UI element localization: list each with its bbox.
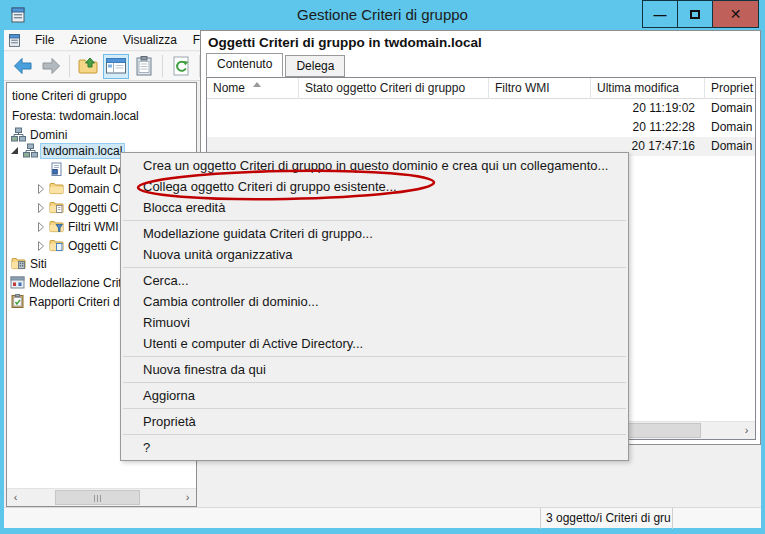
back-icon — [12, 55, 34, 77]
menu-item-collega-oggetto[interactable]: Collega oggetto Criteri di gruppo esiste… — [122, 176, 627, 197]
column-header-filtro-wmi[interactable]: Filtro WMI — [489, 78, 591, 99]
toolbar-separator — [162, 55, 163, 77]
results-pane-heading: Oggetti Criteri di gruppo in twdomain.lo… — [208, 35, 482, 50]
tab-contenuto[interactable]: Contenuto — [206, 53, 283, 77]
menu-item-utenti-computer-ad[interactable]: Utenti e computer di Active Directory... — [122, 333, 627, 354]
scroll-left-icon[interactable]: ‹ — [7, 489, 24, 506]
properties-button[interactable] — [131, 54, 157, 79]
cell-proprietario: Domain — [705, 118, 756, 137]
maximize-icon — [690, 10, 700, 19]
up-folder-icon — [77, 55, 99, 77]
menu-separator — [123, 356, 626, 357]
tree-horizontal-scrollbar[interactable]: ‹ › — [7, 488, 196, 506]
chevron-collapsed-icon[interactable] — [36, 184, 46, 194]
refresh-button[interactable] — [168, 54, 194, 79]
status-bar: 3 oggetto/i Criteri di gru — [4, 507, 761, 528]
menu-separator — [123, 382, 626, 383]
listview-header: Nome Stato oggetto Criteri di gruppo Fil… — [207, 78, 756, 99]
menu-item-blocca-eredita[interactable]: Blocca eredità — [122, 197, 627, 218]
menu-item-nuova-unita[interactable]: Nuova unità organizzativa — [122, 244, 627, 265]
gpmc-window: Gestione Criteri di gruppo — ✕ File Azio… — [0, 0, 765, 534]
menu-item-modellazione-guidata[interactable]: Modellazione guidata Criteri di gruppo..… — [122, 223, 627, 244]
console-tree-toggle-button[interactable] — [103, 54, 129, 79]
selected-tree-label: twdomain.local — [40, 143, 125, 159]
column-header-stato[interactable]: Stato oggetto Criteri di gruppo — [299, 78, 489, 99]
scrollbar-thumb[interactable] — [55, 490, 140, 505]
chevron-collapsed-icon[interactable] — [36, 222, 46, 232]
forward-button[interactable] — [38, 54, 64, 79]
folder-scroll-icon — [49, 200, 64, 215]
forward-icon — [40, 55, 62, 77]
cell-ultima-modifica: 20 11:19:02 — [591, 99, 705, 118]
cell-proprietario: Domain — [705, 137, 756, 156]
title-bar[interactable]: Gestione Criteri di gruppo — ✕ — [0, 0, 765, 30]
console-tree-icon — [105, 55, 127, 77]
context-menu: Crea un oggetto Criteri di gruppo in que… — [120, 152, 629, 461]
menu-file[interactable]: File — [27, 31, 62, 49]
maximize-button[interactable] — [678, 0, 713, 28]
gpo-icon — [49, 162, 64, 177]
cell-ultima-modifica: 20 11:22:28 — [591, 118, 705, 137]
folder-filter-icon — [49, 219, 64, 234]
minimize-icon: — — [654, 7, 667, 22]
domains-icon — [11, 127, 26, 142]
status-object-count: 3 oggetto/i Criteri di gru — [540, 508, 673, 529]
menu-item-cambia-controller[interactable]: Cambia controller di dominio... — [122, 291, 627, 312]
refresh-icon — [170, 55, 192, 77]
report-icon — [10, 294, 25, 309]
cell-proprietario: Domain — [705, 99, 756, 118]
menu-separator — [123, 434, 626, 435]
column-header-proprietario[interactable]: Propriet — [705, 78, 756, 99]
menu-separator — [123, 408, 626, 409]
close-button[interactable]: ✕ — [713, 0, 759, 28]
column-header-nome[interactable]: Nome — [207, 78, 299, 99]
menu-item-aggiorna[interactable]: Aggiorna — [122, 385, 627, 406]
menu-item-proprieta[interactable]: Proprietà — [122, 411, 627, 432]
up-one-level-button[interactable] — [75, 54, 101, 79]
menu-item-cerca[interactable]: Cerca... — [122, 270, 627, 291]
caption-buttons: — ✕ — [642, 0, 759, 28]
chevron-expanded-icon[interactable] — [10, 146, 20, 156]
close-icon: ✕ — [730, 6, 742, 22]
menu-item-help[interactable]: ? — [122, 437, 627, 458]
table-row[interactable]: 20 11:22:28 Domain — [207, 118, 756, 137]
domain-icon — [23, 143, 38, 158]
menu-item-nuova-finestra[interactable]: Nuova finestra da qui — [122, 359, 627, 380]
minimize-button[interactable]: — — [642, 0, 678, 28]
tab-strip: Contenuto Delega — [206, 55, 347, 77]
clipboard-icon — [133, 55, 155, 77]
menu-item-crea-oggetto[interactable]: Crea un oggetto Criteri di gruppo in que… — [122, 155, 627, 176]
tab-delega[interactable]: Delega — [285, 55, 345, 77]
back-button[interactable] — [10, 54, 36, 79]
menu-item-rimuovi[interactable]: Rimuovi — [122, 312, 627, 333]
sites-icon — [11, 256, 26, 271]
menu-separator — [123, 220, 626, 221]
chevron-collapsed-icon[interactable] — [36, 241, 46, 251]
column-header-ultima-modifica[interactable]: Ultima modifica — [591, 78, 705, 99]
folder-icon — [49, 181, 64, 196]
scroll-right-icon[interactable]: › — [738, 422, 755, 439]
menu-separator — [123, 267, 626, 268]
sort-ascending-icon — [253, 82, 261, 87]
modeling-icon — [10, 275, 25, 290]
chevron-collapsed-icon[interactable] — [36, 203, 46, 213]
tree-item-foresta[interactable]: Foresta: twdomain.local — [7, 107, 196, 125]
menu-azione[interactable]: Azione — [62, 31, 115, 49]
mdi-app-icon — [7, 33, 22, 48]
folder-page-icon — [49, 238, 64, 253]
scroll-right-icon[interactable]: › — [179, 489, 196, 506]
menu-visualizza[interactable]: Visualizza — [115, 31, 185, 49]
toolbar-separator — [69, 55, 70, 77]
table-row[interactable]: 20 11:19:02 Domain — [207, 99, 756, 118]
tree-item-root[interactable]: tione Criteri di gruppo — [7, 87, 196, 105]
